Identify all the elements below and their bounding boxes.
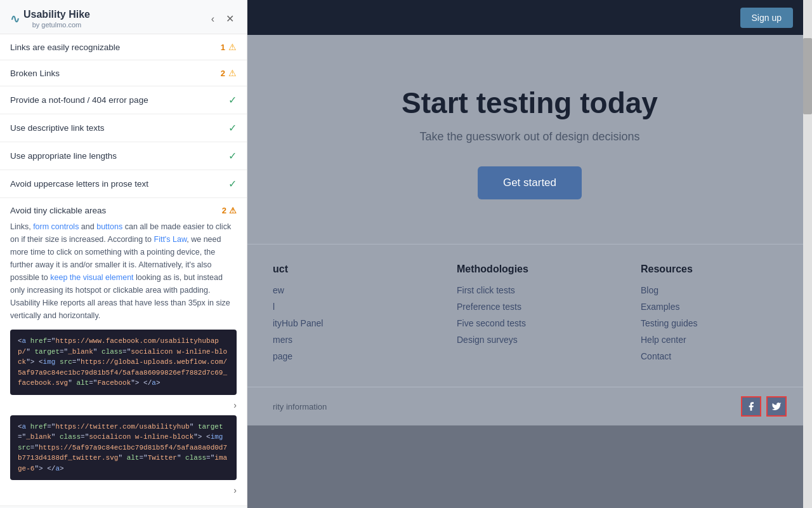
footer-link[interactable]: ew [273, 285, 419, 295]
ok-icon: ✓ [228, 94, 237, 106]
check-status: ✓ [228, 122, 237, 134]
site-topbar: Sign up [247, 0, 812, 35]
expanded-title: Avoid tiny clickable areas [10, 206, 106, 215]
footer-link[interactable]: mers [273, 335, 419, 345]
warn-icon: ⚠ [228, 68, 237, 78]
header-controls: ‹ ✕ [209, 11, 237, 26]
expanded-header: Avoid tiny clickable areas 2 ⚠ [10, 206, 237, 215]
keep-visual-link[interactable]: keep the visual element [50, 273, 133, 282]
check-label: Links are easily recognizable [10, 43, 120, 52]
expanded-badge: 2 ⚠ [222, 206, 237, 215]
footer-link-preference[interactable]: Preference tests [457, 302, 603, 312]
form-controls-link[interactable]: form controls [33, 222, 79, 231]
footer-link-examples[interactable]: Examples [641, 302, 787, 312]
hero-subtitle: Take the guesswork out of design decisio… [273, 130, 787, 144]
site-bottom: rity information [247, 387, 812, 425]
code-block-facebook[interactable]: <a href="https://www.facebook.com/usabil… [10, 330, 237, 395]
panel-scroll[interactable]: Links are easily recognizable 1 ⚠ Broken… [0, 34, 247, 508]
logo-title: Usability Hike [23, 9, 90, 20]
check-label: Provide a not-found / 404 error page [10, 95, 148, 105]
check-label: Broken Links [10, 69, 60, 78]
check-status: ✓ [228, 94, 237, 106]
bottom-text: rity information [273, 402, 327, 411]
expanded-description: Links, form controls and buttons can all… [10, 220, 237, 322]
logo-subtitle: by getulmo.com [23, 21, 90, 29]
footer-col-title: uct [273, 264, 419, 275]
social-icons [741, 396, 787, 417]
footer-link-blog[interactable]: Blog [641, 285, 787, 295]
back-button[interactable]: ‹ [209, 12, 217, 26]
facebook-icon-box[interactable] [741, 396, 761, 417]
footer-link-help-center[interactable]: Help center [641, 335, 787, 345]
footer-link-panel[interactable]: ityHub Panel [273, 318, 419, 328]
check-status: 1 ⚠ [221, 42, 237, 52]
warn-count: 1 [221, 43, 225, 52]
check-status: 2 ⚠ [221, 68, 237, 78]
footer-col-title: Resources [641, 264, 787, 275]
footer-link-first-click[interactable]: First click tests [457, 285, 603, 295]
facebook-icon [746, 401, 756, 411]
signup-button[interactable]: Sign up [740, 8, 793, 28]
ok-icon: ✓ [228, 122, 237, 134]
expand-arrow-2[interactable]: › [233, 485, 237, 495]
ok-icon: ✓ [228, 178, 237, 190]
hero-title: Start testing today [273, 86, 787, 120]
page-scrollbar[interactable] [803, 0, 812, 508]
expand-arrow-1[interactable]: › [233, 400, 237, 410]
check-status: ✓ [228, 150, 237, 162]
website-panel: Sign up Start testing today Take the gue… [247, 0, 812, 508]
check-item-broken-links[interactable]: Broken Links 2 ⚠ [0, 60, 247, 86]
expanded-section-tiny-clickable: Avoid tiny clickable areas 2 ⚠ Links, fo… [0, 198, 247, 506]
footer-col-methodologies: Methodologies First click tests Preferen… [457, 264, 603, 368]
twitter-icon [771, 401, 782, 411]
panel-logo: ∿ Usability Hike by getulmo.com [10, 9, 90, 29]
footer-link-contact[interactable]: Contact [641, 351, 787, 361]
hero-cta-button[interactable]: Get started [478, 166, 582, 199]
footer-link-five-second[interactable]: Five second tests [457, 318, 603, 328]
site-hero: Start testing today Take the guesswork o… [247, 35, 812, 244]
footer-link[interactable]: l [273, 302, 419, 312]
panel-header: ∿ Usability Hike by getulmo.com ‹ ✕ [0, 0, 247, 34]
check-item-links-recognizable[interactable]: Links are easily recognizable 1 ⚠ [0, 34, 247, 60]
footer-link-design-surveys[interactable]: Design surveys [457, 335, 603, 345]
check-item-404[interactable]: Provide a not-found / 404 error page ✓ [0, 86, 247, 114]
code-block-twitter[interactable]: <a href="https://twitter.com/usabilityhu… [10, 415, 237, 481]
check-label: Use appropriate line lengths [10, 151, 117, 161]
check-item-uppercase[interactable]: Avoid uppercase letters in prose text ✓ [0, 170, 247, 198]
footer-col-resources: Resources Blog Examples Testing guides H… [641, 264, 787, 368]
warn-icon: ⚠ [228, 42, 237, 52]
footer-link[interactable]: page [273, 351, 419, 361]
scrollbar-thumb [803, 38, 812, 114]
footer-col-title: Methodologies [457, 264, 603, 275]
check-status: ✓ [228, 178, 237, 190]
site-footer: uct ew l ityHub Panel mers page Methodol… [247, 244, 812, 387]
ok-icon: ✓ [228, 150, 237, 162]
expanded-warn-icon: ⚠ [229, 206, 237, 215]
check-label: Use descriptive link texts [10, 123, 105, 133]
usability-panel: ∿ Usability Hike by getulmo.com ‹ ✕ Link… [0, 0, 247, 508]
check-item-line-lengths[interactable]: Use appropriate line lengths ✓ [0, 142, 247, 170]
footer-col-product: uct ew l ityHub Panel mers page [273, 264, 419, 368]
buttons-link[interactable]: buttons [96, 222, 122, 231]
check-label: Avoid uppercase letters in prose text [10, 179, 148, 189]
close-button[interactable]: ✕ [223, 11, 237, 26]
fitts-law-link[interactable]: Fitt's Law [154, 235, 187, 244]
expanded-count: 2 [222, 206, 226, 215]
check-item-descriptive-links[interactable]: Use descriptive link texts ✓ [0, 114, 247, 142]
footer-link-testing-guides[interactable]: Testing guides [641, 318, 787, 328]
twitter-icon-box[interactable] [766, 396, 787, 417]
warn-count: 2 [221, 69, 225, 78]
logo-icon: ∿ [10, 12, 20, 26]
